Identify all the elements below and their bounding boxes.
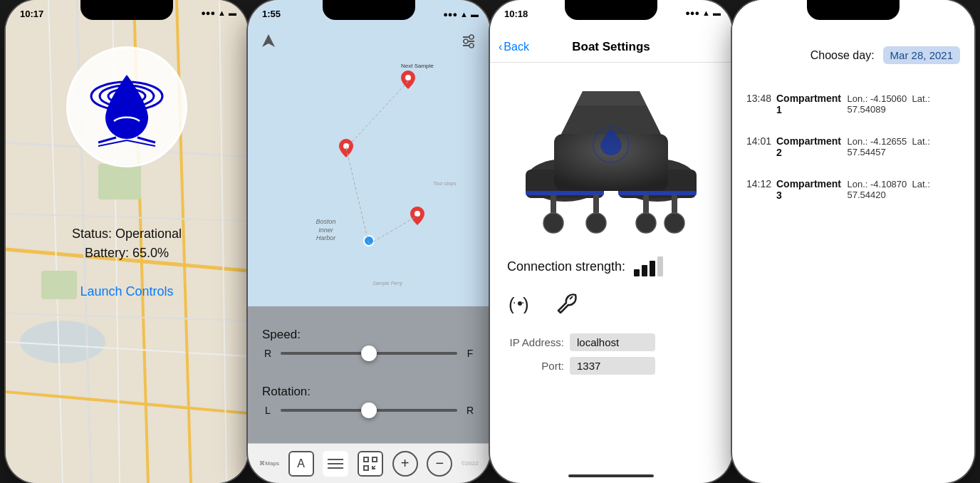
toolbar-minus-button[interactable]: − xyxy=(427,451,452,477)
rotation-slider-thumb[interactable] xyxy=(361,402,377,418)
svg-rect-43 xyxy=(364,466,368,470)
signal-bar-4 xyxy=(657,256,663,276)
rotation-label: Rotation: xyxy=(262,385,476,399)
port-row: Port: 1337 xyxy=(507,357,715,375)
phone2-content: 1:55 ●●● ▲ ▬ xyxy=(248,0,490,483)
phone1-map: 10:17 ●●● ▲ ▬ xyxy=(6,0,248,483)
ip-label: IP Address: xyxy=(507,336,564,348)
battery-icon3: ▬ xyxy=(713,9,721,17)
phone3-home-indicator xyxy=(568,474,654,477)
svg-rect-49 xyxy=(526,191,604,195)
boat-image-area xyxy=(490,63,732,248)
svg-text:Tour stops: Tour stops xyxy=(433,181,457,187)
phone1-time: 10:17 xyxy=(20,9,43,19)
svg-point-27 xyxy=(469,35,474,39)
speed-slider-thumb[interactable] xyxy=(361,346,377,361)
entry-2-compartment: Compartment 3 xyxy=(776,178,843,201)
boston-harbor-label: BostonInnerHarbor xyxy=(306,218,345,243)
toolbar-scan-button[interactable] xyxy=(358,451,383,477)
phone4-notch xyxy=(807,0,900,20)
signal-bars xyxy=(634,256,663,276)
speed-f-label: F xyxy=(464,348,476,359)
phone2-status-icons: ●●● ▲ ▬ xyxy=(443,10,479,19)
settings-adjust-icon[interactable] xyxy=(460,33,477,53)
entry-1-time: 14:01 xyxy=(746,135,772,147)
ip-value-field[interactable]: localhost xyxy=(570,333,655,351)
apple-maps-label: ⌘Maps xyxy=(259,460,279,467)
phone1-logo-circle xyxy=(66,46,187,167)
wifi-signal-icon[interactable]: ( ) · · xyxy=(507,291,533,316)
svg-rect-41 xyxy=(364,457,368,462)
phone3-content: 10:18 ●●● ▲ ▬ ‹ Back Boat Settings xyxy=(490,0,732,483)
speed-slider-row: R F xyxy=(262,348,476,359)
phone2-notch xyxy=(323,0,415,20)
phone4-content: Choose day: Mar 28, 2021 13:48 Compartme… xyxy=(732,0,974,483)
phone1-status-area: Status: Operational Battery: 65.0% xyxy=(72,224,182,263)
entry-2-coords: Lon.: -4.10870 Lat.: 57.54420 xyxy=(847,179,960,200)
data-entry-0: 13:48 Compartment 1 Lon.: -4.15060 Lat.:… xyxy=(746,93,960,115)
speed-label: Speed: xyxy=(262,328,476,342)
connection-area: Connection strength: ( ) xyxy=(507,256,715,375)
phone1-status-text: Status: Operational xyxy=(72,224,182,244)
phone2-time: 1:55 xyxy=(262,9,281,19)
svg-point-32 xyxy=(415,211,420,217)
marker-3 xyxy=(410,207,424,228)
toolbar-list-button[interactable] xyxy=(323,451,348,477)
phone3-time: 10:18 xyxy=(504,9,528,19)
action-icons-row: ( ) · · xyxy=(507,291,715,316)
settings-fields: IP Address: localhost Port: 1337 xyxy=(507,333,715,375)
phone4: Choose day: Mar 28, 2021 13:48 Compartme… xyxy=(732,0,974,483)
entry-1-coords: Lon.: -4.12655 Lat.: 57.54457 xyxy=(847,136,960,157)
back-button[interactable]: ‹ Back xyxy=(499,41,529,53)
phone1-notch xyxy=(80,0,173,20)
data-entries-list: 13:48 Compartment 1 Lon.: -4.15060 Lat.:… xyxy=(732,93,974,201)
entry-0-coords: Lon.: -4.15060 Lat.: 57.54089 xyxy=(847,93,960,115)
phones-container: 10:17 ●●● ▲ ▬ xyxy=(0,0,980,483)
wifi-icon: ▲ xyxy=(218,9,226,17)
svg-point-30 xyxy=(405,75,411,80)
phone1-overlay: 10:17 ●●● ▲ ▬ xyxy=(6,0,248,483)
svg-point-28 xyxy=(464,39,468,43)
navigation-icon[interactable] xyxy=(261,33,276,52)
data-entry-1: 14:01 Compartment 2 Lon.: -4.12655 Lat.:… xyxy=(746,135,960,158)
svg-point-59 xyxy=(664,213,684,233)
phone2-controls: Speed: R F Rotation: L xyxy=(248,306,490,483)
svg-point-57 xyxy=(586,213,606,233)
svg-text:·: · xyxy=(513,296,516,308)
port-value-field[interactable]: 1337 xyxy=(570,357,655,375)
phone3: 10:18 ●●● ▲ ▬ ‹ Back Boat Settings xyxy=(490,0,732,483)
rotation-slider-track[interactable] xyxy=(281,409,457,412)
speed-section: Speed: R F xyxy=(248,328,490,359)
battery-icon: ▬ xyxy=(229,9,236,17)
data-entry-2: 14:12 Compartment 3 Lon.: -4.10870 Lat.:… xyxy=(746,178,960,201)
signal-icon2: ●●● xyxy=(443,10,457,19)
launch-controls-button[interactable]: Launch Controls xyxy=(80,284,173,299)
toolbar-add-button[interactable]: + xyxy=(392,451,418,477)
choose-day-label: Choose day: xyxy=(810,49,875,62)
phone4-header: Choose day: Mar 28, 2021 xyxy=(732,39,974,71)
port-label: Port: xyxy=(507,360,564,372)
speed-slider-track[interactable] xyxy=(281,352,457,355)
svg-line-33 xyxy=(346,81,408,148)
svg-rect-50 xyxy=(618,191,697,195)
signal-icon: ●●● xyxy=(201,9,215,17)
rotation-section: Rotation: L R xyxy=(248,385,490,416)
rotation-l-label: L xyxy=(262,405,273,416)
entry-0-time: 13:48 xyxy=(746,93,772,104)
boat-image xyxy=(511,77,711,234)
wrench-icon[interactable] xyxy=(556,291,578,316)
rotation-slider-row: L R xyxy=(262,405,476,416)
toolbar-a-button[interactable]: A xyxy=(288,451,314,477)
svg-line-34 xyxy=(346,148,369,244)
next-sample-label: Next Sample xyxy=(401,63,434,69)
date-picker[interactable]: Mar 28, 2021 xyxy=(883,46,960,64)
ip-address-row: IP Address: localhost xyxy=(507,333,715,351)
wifi-icon3: ▲ xyxy=(702,9,710,17)
svg-point-31 xyxy=(343,143,349,149)
connection-strength-row: Connection strength: xyxy=(507,256,715,276)
entry-0-compartment: Compartment 1 xyxy=(776,93,843,115)
svg-rect-42 xyxy=(372,457,377,462)
speed-r-label: R xyxy=(262,348,273,359)
page-title: Boat Settings xyxy=(572,40,650,54)
back-label: Back xyxy=(504,41,529,53)
